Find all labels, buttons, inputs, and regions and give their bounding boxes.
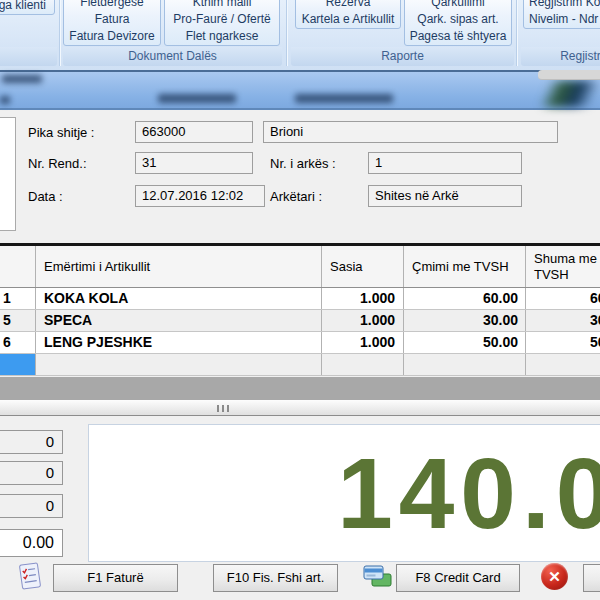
- items-grid: Emërtimi i Artikullit Sasia Çmimi me TVS…: [0, 243, 600, 376]
- row-amount-cell[interactable]: 30.00: [526, 310, 600, 331]
- nr-arkes-field: 1: [368, 152, 522, 174]
- row-name-cell[interactable]: KOKA KOLA: [36, 288, 322, 309]
- ribbon-button-line: Pagesa të shtyera: [405, 28, 511, 45]
- table-row[interactable]: 5 SPECA 1.000 30.00 30.00: [0, 310, 600, 332]
- ribbon-group-regjistrime: Regjistr: [521, 47, 600, 66]
- row-amount-cell[interactable]: 50.00: [526, 332, 600, 353]
- ribbon-button-qarkullimi[interactable]: Qarkullimi Qark. sipas art. Pagesa të sh…: [404, 0, 512, 46]
- partial-right-button[interactable]: [583, 564, 600, 592]
- f10-fshi-art-button[interactable]: F10 Fis. Fshi art.: [213, 564, 338, 592]
- ribbon-group-raporte: Raporte: [291, 47, 514, 66]
- grand-total-value: 140.00: [337, 436, 600, 551]
- row-name-cell[interactable]: SPECA: [36, 310, 322, 331]
- ribbon-button-line: Nivelim - Ndr: [524, 11, 600, 28]
- row-code-cell[interactable]: 5: [0, 310, 36, 331]
- f1-fature-button[interactable]: F1 Faturë: [53, 564, 178, 592]
- credit-card-icon[interactable]: [363, 564, 393, 590]
- row-code-cell[interactable]: 6: [0, 332, 36, 353]
- ribbon-button-line: Fletdërgesë: [64, 0, 160, 11]
- f8-credit-card-button[interactable]: F8 Credit Card: [396, 564, 520, 592]
- arketari-label: Arkëtari :: [270, 189, 322, 204]
- total-box-3: 0: [0, 494, 63, 518]
- cancel-x-icon[interactable]: ✕: [541, 563, 568, 590]
- splitter-grip-icon[interactable]: [217, 405, 231, 412]
- table-row[interactable]: 6 LENG PJESHKE 1.000 50.00 50.00: [0, 332, 600, 354]
- total-box-2: 0: [0, 461, 63, 485]
- ribbon-group-dokument-dales: Dokument Dalës: [63, 47, 282, 66]
- ribbon-button-line: Pro-Faurë / Ofertë: [165, 11, 279, 28]
- pika-shitje-label: Pika shitje :: [28, 125, 94, 140]
- ribbon-group-separator: [286, 0, 287, 66]
- ribbon-button-kthim-malli[interactable]: Kthim malli Pro-Faurë / Ofertë Flet ngar…: [164, 0, 280, 46]
- ribbon-button-line: Regjistrim Ko: [524, 0, 600, 11]
- ribbon-button-line: Kartela e Artikullit: [296, 11, 400, 28]
- row-code-cell[interactable]: 1: [0, 288, 36, 309]
- horizontal-splitter[interactable]: [0, 400, 600, 416]
- row-price-cell[interactable]: 30.00: [404, 310, 526, 331]
- ribbon-button-line: Qark. sipas art.: [405, 11, 511, 28]
- left-panel-fragment: [0, 117, 16, 231]
- row-name-cell[interactable]: [36, 354, 322, 375]
- column-header-sasia: Sasia: [322, 246, 404, 287]
- nr-arkes-label: Nr. i arkës :: [270, 156, 336, 171]
- pos-window: ga klienti Fletdërgesë Fatura Fatura Dev…: [0, 0, 600, 600]
- grid-bottom-band: [0, 377, 600, 400]
- document-title-band: [0, 70, 600, 110]
- row-qty-cell[interactable]: 1.000: [322, 332, 404, 353]
- ribbon-button-line: Rezerva: [296, 0, 400, 11]
- pika-shitje-code-field: 663000: [135, 121, 253, 143]
- ribbon-button-pagesa-nga-klienti[interactable]: ga klienti: [0, 0, 55, 15]
- ribbon-button-line: Qarkullimi: [405, 0, 511, 11]
- ribbon-button-regjistrim[interactable]: Regjistrim Ko Nivelim - Ndr: [523, 0, 600, 29]
- row-qty-cell[interactable]: 1.000: [322, 310, 404, 331]
- data-label: Data :: [28, 189, 63, 204]
- column-header-code: [0, 246, 36, 287]
- row-amount-cell[interactable]: [526, 354, 600, 375]
- row-qty-cell[interactable]: [322, 354, 404, 375]
- blurred-text: [158, 94, 236, 103]
- total-box-1: 0: [0, 430, 63, 454]
- ribbon-button-line: Flet ngarkese: [165, 28, 279, 45]
- row-price-cell[interactable]: 60.00: [404, 288, 526, 309]
- row-amount-cell[interactable]: 60.00: [526, 288, 600, 309]
- blurred-text: [0, 96, 10, 104]
- row-price-cell[interactable]: 50.00: [404, 332, 526, 353]
- nr-rend-label: Nr. Rend.:: [28, 156, 87, 171]
- ribbon-button-line: Kthim malli: [165, 0, 279, 11]
- pika-shitje-name-field: Brioni: [263, 121, 558, 143]
- row-price-cell[interactable]: [404, 354, 526, 375]
- ribbon-button-rezerva-kartela[interactable]: Rezerva Kartela e Artikullit: [295, 0, 401, 29]
- blurred-text: [295, 94, 393, 103]
- ribbon-group-separator: [516, 0, 517, 66]
- table-row-empty[interactable]: [0, 354, 600, 376]
- column-header-cmimi: Çmimi me TVSH: [404, 246, 526, 287]
- column-header-emertimi: Emërtimi i Artikullit: [36, 246, 322, 287]
- row-name-cell[interactable]: LENG PJESHKE: [36, 332, 322, 353]
- blurred-tab-text: [2, 75, 42, 83]
- scrollbar-fragment[interactable]: [538, 70, 600, 80]
- arketari-field: Shites në Arkë: [368, 185, 522, 207]
- selected-cell[interactable]: [0, 354, 36, 375]
- row-qty-cell[interactable]: 1.000: [322, 288, 404, 309]
- ribbon: ga klienti Fletdërgesë Fatura Fatura Dev…: [0, 0, 600, 71]
- ribbon-group-partial: [0, 47, 57, 66]
- ribbon-button-label: ga klienti: [0, 0, 54, 16]
- ribbon-button-line: Fatura Devizore: [64, 28, 160, 45]
- data-field: 12.07.2016 12:02: [135, 185, 265, 207]
- column-header-shuma: Shuma me TVSH: [526, 246, 600, 287]
- total-box-amount[interactable]: 0.00: [0, 529, 63, 557]
- nr-rend-field: 31: [135, 152, 253, 174]
- ribbon-group-separator: [59, 0, 60, 66]
- ribbon-button-line: Fatura: [64, 11, 160, 28]
- invoice-checklist-icon[interactable]: [16, 561, 44, 591]
- ribbon-button-fletdergese-fatura[interactable]: Fletdërgesë Fatura Fatura Devizore: [63, 0, 161, 46]
- grid-header-row: Emërtimi i Artikullit Sasia Çmimi me TVS…: [0, 246, 600, 288]
- table-row[interactable]: 1 KOKA KOLA 1.000 60.00 60.00: [0, 288, 600, 310]
- company-logo-blurred: [541, 81, 598, 107]
- grand-total-display: 140.00: [88, 424, 600, 562]
